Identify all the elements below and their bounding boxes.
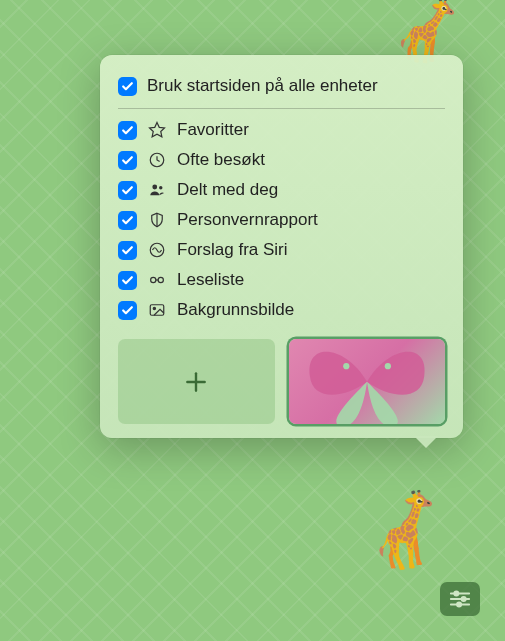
check-icon [121,154,134,167]
star-icon [147,120,167,140]
startpage-settings-button[interactable] [440,582,480,616]
option-shared-row: Delt med deg [118,175,445,205]
check-icon [121,244,134,257]
svg-point-14 [454,591,458,595]
background-thumbnails [118,339,445,424]
sliders-icon [449,590,471,608]
people-icon [147,180,167,200]
background-thumbnail-selected[interactable] [289,339,446,424]
option-privacy-checkbox[interactable] [118,211,137,230]
add-background-button[interactable] [118,339,275,424]
option-label: Personvernrapport [177,210,445,230]
svg-point-12 [384,363,390,369]
butterfly-decoration [289,339,446,424]
svg-point-18 [457,602,461,606]
option-background-row: Bakgrunnsbilde [118,295,445,325]
sync-startpage-label: Bruk startsiden på alle enheter [147,76,445,96]
shield-icon [147,210,167,230]
svg-point-8 [153,307,155,309]
option-frequent-row: Ofte besøkt [118,145,445,175]
svg-point-16 [462,597,466,601]
option-siri-checkbox[interactable] [118,241,137,260]
sync-startpage-row: Bruk startsiden på alle enheter [118,71,445,106]
check-icon [121,184,134,197]
option-label: Forslag fra Siri [177,240,445,260]
option-readinglist-row: Leseliste [118,265,445,295]
svg-point-2 [152,185,157,190]
option-favorites-row: Favoritter [118,115,445,145]
option-favorites-checkbox[interactable] [118,121,137,140]
check-icon [121,214,134,227]
svg-marker-0 [150,123,165,137]
image-icon [147,300,167,320]
option-siri-row: Forslag fra Siri [118,235,445,265]
option-background-checkbox[interactable] [118,301,137,320]
svg-rect-7 [150,305,164,316]
svg-point-5 [151,277,156,282]
check-icon [121,80,134,93]
option-frequent-checkbox[interactable] [118,151,137,170]
option-label: Bakgrunnsbilde [177,300,445,320]
check-icon [121,124,134,137]
clock-icon [147,150,167,170]
check-icon [121,274,134,287]
svg-point-6 [158,277,163,282]
option-label: Favoritter [177,120,445,140]
siri-icon [147,240,167,260]
check-icon [121,304,134,317]
option-readinglist-checkbox[interactable] [118,271,137,290]
option-label: Ofte besøkt [177,150,445,170]
background-decoration-giraffe: 🦒 [358,483,456,576]
glasses-icon [147,270,167,290]
option-label: Leseliste [177,270,445,290]
divider [118,108,445,109]
option-label: Delt med deg [177,180,445,200]
sync-startpage-checkbox[interactable] [118,77,137,96]
plus-icon [183,369,209,395]
svg-point-11 [343,363,349,369]
startpage-settings-popover: Bruk startsiden på alle enheter Favoritt… [100,55,463,438]
option-shared-checkbox[interactable] [118,181,137,200]
option-privacy-row: Personvernrapport [118,205,445,235]
svg-point-3 [159,186,162,189]
